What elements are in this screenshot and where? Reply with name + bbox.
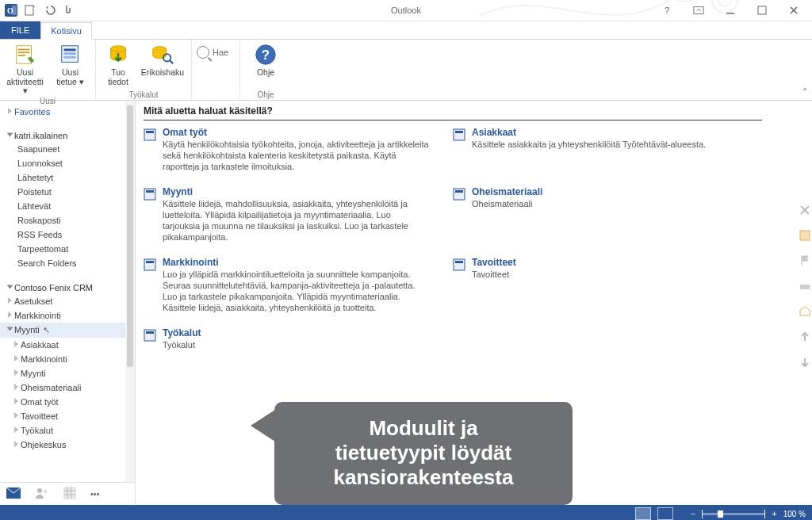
tile-oheismateriaali[interactable]: OheismateriaaliOheismateriaali bbox=[453, 186, 707, 243]
crm-submodule[interactable]: Oheismateriaali bbox=[0, 380, 135, 395]
ribbon: Uusi aktiviteetti ▾ Uusi tietue ▾ Uusi T… bbox=[0, 40, 812, 101]
svg-rect-41 bbox=[146, 331, 154, 334]
ribbon-group-ohje: ? Ohje Ohje bbox=[240, 40, 291, 100]
category-icon[interactable] bbox=[799, 280, 811, 292]
qat-undo-icon[interactable] bbox=[43, 4, 56, 17]
zoom-in-icon[interactable]: + bbox=[772, 509, 776, 518]
mail-folder[interactable]: Tarpeettomat bbox=[0, 242, 135, 256]
people-view-icon[interactable] bbox=[35, 487, 49, 501]
ribbon-group-label: Ohje bbox=[240, 90, 291, 100]
search-label: Hae bbox=[213, 48, 228, 57]
mail-folder[interactable]: Poistetut bbox=[0, 185, 135, 199]
favorites-header[interactable]: Favorites bbox=[0, 105, 135, 118]
crm-submodule[interactable]: Omat työt bbox=[0, 395, 135, 409]
tile-myynti[interactable]: MyyntiKäsittele liidejä, mahdollisuuksia… bbox=[144, 186, 429, 243]
zoom-level[interactable]: 100 % bbox=[783, 510, 806, 518]
crm-module[interactable]: Markkinointi bbox=[0, 308, 135, 323]
svg-rect-16 bbox=[63, 52, 75, 55]
svg-rect-15 bbox=[63, 49, 75, 52]
arrow-down-icon[interactable] bbox=[799, 356, 811, 369]
tile-tyokalut[interactable]: TyökalutTyökalut bbox=[144, 327, 429, 351]
crm-module-myynti[interactable]: Myynti↖ bbox=[0, 323, 135, 338]
crm-submodule[interactable]: Myynti bbox=[0, 366, 135, 380]
svg-rect-37 bbox=[146, 261, 154, 263]
svg-rect-29 bbox=[146, 131, 154, 133]
module-icon bbox=[144, 188, 156, 201]
svg-rect-27 bbox=[63, 487, 76, 499]
crm-root[interactable]: Contoso Fenix CRM bbox=[0, 281, 135, 294]
svg-rect-31 bbox=[455, 131, 463, 133]
mail-folder[interactable]: RSS Feeds bbox=[0, 228, 135, 242]
module-icon bbox=[453, 128, 465, 141]
flag-icon[interactable] bbox=[799, 254, 811, 267]
crm-module[interactable]: Asetukset bbox=[0, 294, 135, 308]
close-button[interactable] bbox=[782, 3, 806, 17]
svg-rect-35 bbox=[455, 190, 463, 193]
ribbon-display-options-icon[interactable] bbox=[687, 3, 710, 17]
svg-rect-42 bbox=[800, 231, 810, 240]
svg-rect-17 bbox=[63, 56, 75, 59]
calendar-view-icon[interactable] bbox=[63, 487, 76, 501]
search-icon bbox=[197, 46, 209, 59]
nav-scrollbar[interactable] bbox=[125, 101, 135, 482]
maximize-button[interactable] bbox=[750, 3, 774, 17]
advanced-find-button[interactable]: Erikoishaku bbox=[140, 43, 185, 78]
collapse-ribbon-icon[interactable]: ˄ bbox=[802, 87, 807, 98]
import-data-button[interactable]: Tuo tiedot bbox=[101, 43, 136, 86]
crm-submodule[interactable]: Tavoitteet bbox=[0, 409, 135, 423]
mail-folder[interactable]: Search Folders bbox=[0, 256, 135, 270]
svg-point-26 bbox=[44, 490, 48, 494]
svg-rect-8 bbox=[726, 13, 734, 14]
envelope-open-icon[interactable] bbox=[799, 305, 811, 318]
new-record-button[interactable]: Uusi tietue ▾ bbox=[50, 43, 90, 86]
mail-folder[interactable]: Saapuneet bbox=[0, 142, 135, 156]
title-bar: O Outlook ? bbox=[0, 0, 812, 21]
svg-rect-7 bbox=[694, 7, 703, 14]
mail-view-icon[interactable] bbox=[6, 488, 21, 500]
account-header[interactable]: katri.ikalainen bbox=[0, 129, 135, 142]
svg-rect-39 bbox=[455, 261, 463, 263]
advanced-find-icon bbox=[151, 43, 174, 67]
tile-tavoitteet[interactable]: TavoitteetTavoitteet bbox=[453, 257, 707, 313]
minimize-button[interactable] bbox=[718, 3, 742, 17]
help-icon[interactable]: ? bbox=[655, 3, 679, 17]
status-bar: − + 100 % bbox=[0, 505, 812, 520]
crm-submodule[interactable]: Markkinointi bbox=[0, 352, 135, 366]
new-activity-button[interactable]: Uusi aktiviteetti ▾ bbox=[5, 43, 45, 96]
svg-point-25 bbox=[37, 488, 42, 493]
svg-point-6 bbox=[668, 0, 703, 2]
new-activity-icon bbox=[13, 43, 37, 67]
help-icon: ? bbox=[254, 43, 278, 67]
arrow-up-icon[interactable] bbox=[799, 331, 811, 343]
crm-submodule[interactable]: Työkalut bbox=[0, 423, 135, 438]
svg-rect-43 bbox=[800, 285, 810, 289]
tab-home[interactable]: Kotisivu bbox=[40, 22, 92, 40]
close-icon[interactable] bbox=[799, 204, 811, 216]
crm-submodule[interactable]: Ohjekeskus bbox=[0, 438, 135, 452]
crm-submodule[interactable]: Asiakkaat bbox=[0, 338, 135, 352]
more-views-icon[interactable]: ••• bbox=[90, 489, 100, 499]
tile-asiakkaat[interactable]: AsiakkaatKäsittele asiakkaita ja yhteysh… bbox=[453, 127, 707, 172]
tile-omat-tyot[interactable]: Omat työtKäytä henkilökohtaisia työkohte… bbox=[144, 127, 429, 172]
area-tiles: Omat työtKäytä henkilökohtaisia työkohte… bbox=[144, 127, 762, 351]
reading-pane-strip bbox=[796, 204, 812, 369]
qat-new-icon[interactable] bbox=[24, 4, 36, 17]
search-box[interactable]: Hae bbox=[197, 46, 228, 59]
svg-rect-3 bbox=[25, 6, 33, 15]
tab-file[interactable]: FILE bbox=[0, 21, 40, 39]
zoom-out-icon[interactable]: − bbox=[691, 509, 695, 518]
help-button[interactable]: ? Ohje bbox=[245, 43, 286, 78]
ribbon-group-label: Työkalut bbox=[96, 90, 191, 100]
qat-touch-icon[interactable] bbox=[62, 4, 75, 17]
view-normal-button[interactable] bbox=[635, 507, 651, 520]
zoom-slider[interactable] bbox=[702, 513, 765, 515]
mail-folder[interactable]: Luonnokset bbox=[0, 156, 135, 170]
view-reading-button[interactable] bbox=[657, 507, 673, 520]
mail-folder[interactable]: Roskaposti bbox=[0, 213, 135, 228]
note-icon[interactable] bbox=[799, 229, 811, 242]
mail-folder[interactable]: Lähetetyt bbox=[0, 170, 135, 185]
mail-folder[interactable]: Lähtevät bbox=[0, 199, 135, 213]
tile-markkinointi[interactable]: MarkkinointiLuo ja ylläpidä markkinointi… bbox=[144, 257, 429, 313]
svg-rect-11 bbox=[17, 49, 29, 51]
module-icon bbox=[453, 258, 465, 271]
